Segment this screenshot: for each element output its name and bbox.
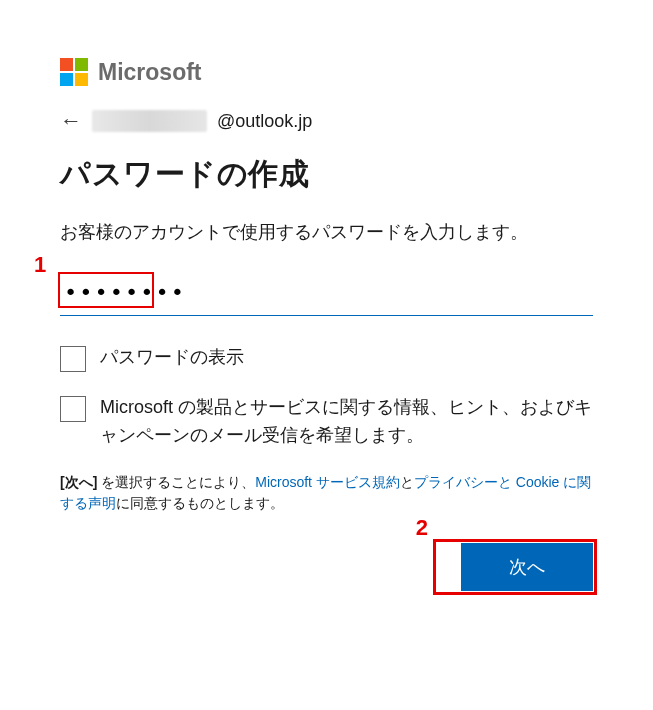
show-password-row: パスワードの表示	[60, 344, 593, 372]
microsoft-logo-icon	[60, 58, 88, 86]
marketing-optin-label: Microsoft の製品とサービスに関する情報、ヒント、およびキャンペーンのメ…	[100, 394, 593, 450]
annotation-step-2: 2	[416, 515, 428, 541]
marketing-optin-row: Microsoft の製品とサービスに関する情報、ヒント、およびキャンペーンのメ…	[60, 394, 593, 450]
brand-header: Microsoft	[60, 58, 593, 86]
identity-row: ← @outlook.jp	[60, 108, 593, 134]
legal-text-1: を選択することにより、	[97, 474, 255, 490]
instruction-text: お客様のアカウントで使用するパスワードを入力します。	[60, 219, 593, 246]
tos-link[interactable]: Microsoft サービス規約	[255, 474, 400, 490]
back-arrow-icon[interactable]: ←	[60, 108, 82, 134]
brand-name: Microsoft	[98, 59, 202, 86]
legal-prefix: [次へ]	[60, 474, 97, 490]
password-field-wrapper: 1	[60, 274, 593, 316]
legal-text-3: に同意するものとします。	[116, 495, 284, 511]
legal-text-2: と	[400, 474, 414, 490]
legal-agreement-text: [次へ] を選択することにより、Microsoft サービス規約とプライバシーと…	[60, 472, 593, 515]
show-password-checkbox[interactable]	[60, 346, 86, 372]
annotation-step-1: 1	[34, 252, 46, 278]
redacted-username	[92, 110, 207, 132]
password-input[interactable]	[60, 274, 593, 316]
next-button[interactable]: 次へ	[461, 543, 593, 591]
marketing-optin-checkbox[interactable]	[60, 396, 86, 422]
page-title: パスワードの作成	[60, 154, 593, 195]
email-domain-suffix: @outlook.jp	[217, 111, 312, 132]
show-password-label: パスワードの表示	[100, 344, 244, 372]
button-row: 2 次へ	[60, 543, 593, 591]
